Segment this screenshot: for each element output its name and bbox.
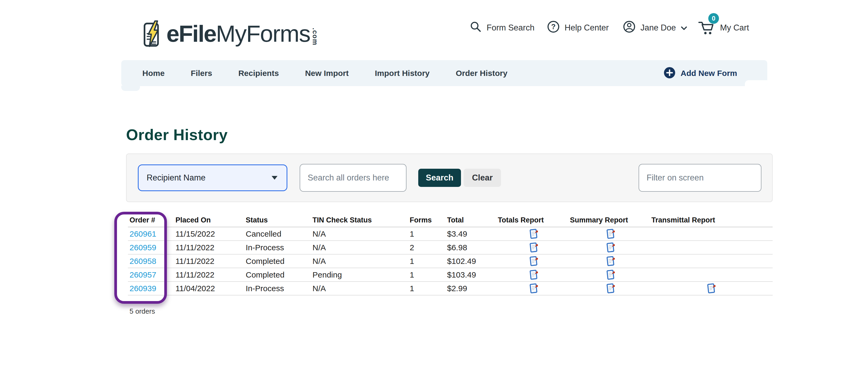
report-document-icon[interactable] [529,283,539,294]
placed-on-cell: 11/11/2022 [176,243,246,252]
search-filter-panel: Recipient Name Search Clear [126,153,773,202]
total-cell: $2.99 [447,284,498,293]
report-document-icon[interactable] [606,228,616,239]
col-header-total: Total [447,216,498,224]
col-header-placed-on: Placed On [176,216,246,224]
add-new-form-button[interactable]: Add New Form [663,66,737,80]
col-header-transmittal-report: Transmittal Report [651,216,772,224]
order-number-link[interactable]: 260939 [129,284,156,293]
search-field-dropdown-value: Recipient Name [147,173,206,183]
user-menu[interactable]: Jane Doe [623,0,687,56]
order-history-table: Order # Placed On Status TIN Check Statu… [128,213,773,295]
report-document-icon[interactable] [529,269,539,281]
nav-item-import-history[interactable]: Import History [375,69,430,78]
my-cart-link[interactable]: 0 My Cart [698,0,749,56]
tin-check-status-cell: N/A [312,257,410,266]
logo-text-bold: eFile [166,20,216,47]
report-document-icon[interactable] [606,269,616,281]
status-cell: Cancelled [246,229,312,238]
total-cell: $102.49 [447,257,498,266]
logo-text-light: MyForms [216,20,310,47]
form-search-link[interactable]: Form Search [469,0,534,56]
nav-item-new-import[interactable]: New Import [305,69,348,78]
status-cell: In-Process [246,243,312,252]
svg-text:?: ? [551,23,556,31]
forms-cell: 2 [410,243,447,252]
col-header-forms: Forms [410,216,447,224]
forms-cell: 1 [410,284,447,293]
order-number-link[interactable]: 260957 [129,270,156,279]
tin-check-status-cell: N/A [312,284,410,293]
total-cell: $103.49 [447,270,498,280]
report-document-icon[interactable] [707,283,716,294]
user-name: Jane Doe [641,23,676,33]
tin-check-status-cell: N/A [312,243,410,252]
report-document-icon[interactable] [606,256,616,267]
filter-on-screen-input[interactable] [639,164,762,192]
status-cell: In-Process [246,284,312,293]
nav-item-order-history[interactable]: Order History [456,69,507,78]
main-content: Order History Recipient Name Search Clea… [0,126,868,316]
placed-on-cell: 11/04/2022 [176,284,246,293]
table-row: 260958 11/11/2022 Completed N/A 1 $102.4… [128,255,773,268]
nav-item-home[interactable]: Home [142,69,164,78]
dropdown-caret-icon [272,176,278,180]
user-avatar-icon [623,20,636,35]
plus-circle-icon [663,66,676,80]
order-number-link[interactable]: 260961 [129,229,156,238]
col-header-totals-report: Totals Report [498,216,570,224]
search-button[interactable]: Search [418,169,461,187]
cart-count-badge: 0 [708,13,719,24]
forms-cell: 1 [410,257,447,266]
order-number-link[interactable]: 260958 [129,257,156,265]
forms-cell: 1 [410,229,447,238]
logo-text-suffix: .com [311,28,319,46]
total-cell: $3.49 [447,229,498,238]
placed-on-cell: 11/11/2022 [176,257,246,266]
search-icon [469,21,482,35]
col-header-status: Status [246,216,312,224]
clear-button[interactable]: Clear [464,169,501,187]
placed-on-cell: 11/11/2022 [176,270,246,280]
main-nav: Home Filers Recipients New Import Import… [121,60,767,86]
my-cart-label: My Cart [720,23,749,33]
table-row: 260961 11/15/2022 Cancelled N/A 1 $3.49 [128,227,773,241]
report-document-icon[interactable] [606,283,616,294]
chevron-down-icon [681,23,687,33]
table-body: 260961 11/15/2022 Cancelled N/A 1 $3.49 [128,227,773,295]
col-header-tin-check-status: TIN Check Status [312,216,410,224]
order-number-link[interactable]: 260959 [129,243,156,252]
tin-check-status-cell: Pending [312,270,410,280]
status-cell: Completed [246,257,312,266]
col-header-summary-report: Summary Report [570,216,651,224]
tin-check-status-cell: N/A [312,229,410,238]
form-search-label: Form Search [487,23,534,33]
report-document-icon[interactable] [606,242,616,253]
app-header: eFile MyForms .com Form Search ? Help Ce… [0,0,868,56]
brand-logo[interactable]: eFile MyForms .com [144,20,319,48]
placed-on-cell: 11/15/2022 [176,229,246,238]
orders-search-input[interactable] [300,164,406,192]
add-new-form-label: Add New Form [681,69,737,78]
forms-cell: 1 [410,270,447,280]
orders-count: 5 orders [126,307,868,316]
report-document-icon[interactable] [529,228,539,239]
table-row: 260957 11/11/2022 Completed Pending 1 $1… [128,268,773,282]
table-row: 260959 11/11/2022 In-Process N/A 2 $6.98 [128,241,773,255]
help-center-link[interactable]: ? Help Center [547,0,609,56]
cart-icon: 0 [698,19,715,37]
status-cell: Completed [246,270,312,280]
search-field-dropdown[interactable]: Recipient Name [138,165,287,191]
report-document-icon[interactable] [529,256,539,267]
help-center-label: Help Center [565,23,609,33]
total-cell: $6.98 [447,243,498,252]
col-header-order: Order # [128,216,176,224]
help-icon: ? [547,20,560,35]
table-row: 260939 11/04/2022 In-Process N/A 1 $2.99 [128,282,773,295]
report-document-icon[interactable] [529,242,539,253]
nav-item-recipients[interactable]: Recipients [238,69,279,78]
lightning-clipboard-icon [144,20,162,48]
table-header-row: Order # Placed On Status TIN Check Statu… [128,213,773,227]
page-title: Order History [126,126,868,144]
nav-item-filers[interactable]: Filers [191,69,212,78]
